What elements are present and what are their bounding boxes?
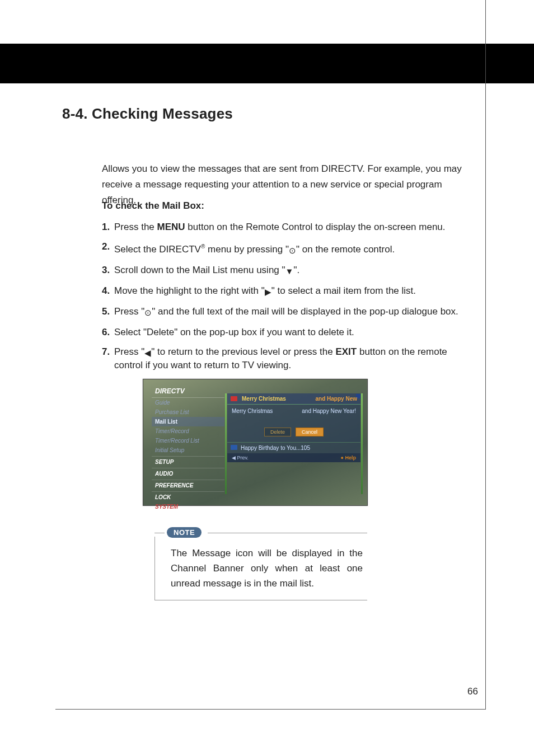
left-arrow-icon: ◀ xyxy=(144,347,151,359)
select-icon: ⊙ xyxy=(289,245,296,257)
step-number: 6. xyxy=(102,326,114,339)
step-number: 1. xyxy=(102,221,114,233)
sidebar-item-timer-record-list: Timer/Record List xyxy=(152,436,224,445)
osd-mail-panel: Merry Christmas and Happy New Merry Chri… xyxy=(227,393,360,462)
sidebar-item-guide: Guide xyxy=(152,398,224,407)
mail-body-text-a: Merry Christmas xyxy=(232,408,273,414)
step-4: 4. Move the highlight to the right with … xyxy=(102,285,471,298)
procedure-steps: 1. Press the MENU button on the Remote C… xyxy=(102,221,471,379)
section-title: 8-4. Checking Messages xyxy=(62,105,233,123)
step-text: Scroll down to the Mail List menu using … xyxy=(114,264,471,278)
step-text: Press "◀" to return to the previous leve… xyxy=(114,346,471,372)
mail-body: Merry Christmas and Happy New Year! Dele… xyxy=(227,405,360,442)
sidebar-item-mail-list: Mail List xyxy=(152,417,224,426)
note-label: NOTE xyxy=(167,527,202,538)
procedure-heading: To check the Mail Box: xyxy=(102,200,204,212)
step-text: Press "⊙" and the full text of the mail … xyxy=(114,306,471,319)
right-arrow-icon: ▶ xyxy=(265,286,271,298)
step-number: 3. xyxy=(102,264,114,278)
sidebar-item-timer-record: Timer/Record xyxy=(152,426,224,436)
tv-screenshot: DIRECTV Guide Purchase List Mail List Ti… xyxy=(143,379,368,506)
step-number: 4. xyxy=(102,285,114,298)
sidebar-item-initial-setup: Initial Setup xyxy=(152,445,224,455)
note-rule: NOTE xyxy=(154,529,367,537)
page-number: 66 xyxy=(467,686,478,697)
mail2-text: Happy Birthday to You...105 xyxy=(241,445,310,451)
step-2: 2. Select the DIRECTV® menu by pressing … xyxy=(102,241,471,257)
step-1: 1. Press the MENU button on the Remote C… xyxy=(102,221,471,233)
sidebar-item-system: SYSTEM xyxy=(152,502,224,511)
step-6: 6. Select "Delete" on the pop-up box if … xyxy=(102,326,471,339)
note-box: NOTE The Message icon will be displayed … xyxy=(154,529,367,600)
mail-header: Merry Christmas and Happy New xyxy=(227,393,360,405)
cancel-button: Cancel xyxy=(296,428,324,436)
delete-button: Delete xyxy=(264,428,291,436)
divider-bar xyxy=(225,393,227,494)
osd-brand: DIRECTV xyxy=(152,385,224,398)
step-text: Move the highlight to the right with "▶"… xyxy=(114,285,471,298)
down-arrow-icon: ▼ xyxy=(285,265,294,278)
footer-help: ● Help xyxy=(341,455,356,461)
mail-unread-icon xyxy=(231,396,237,401)
scrollbar xyxy=(361,393,363,494)
step-text: Press the MENU button on the Remote Cont… xyxy=(114,221,471,233)
mail-subject: Merry Christmas xyxy=(242,396,286,402)
sidebar-item-setup: SETUP xyxy=(152,456,224,467)
footer-prev: ◀ Prev. xyxy=(232,455,249,461)
mail-button-row: Delete Cancel xyxy=(227,428,360,436)
step-text: Select the DIRECTV® menu by pressing "⊙"… xyxy=(114,241,471,257)
sidebar-item-lock: LOCK xyxy=(152,491,224,502)
step-7: 7. Press "◀" to return to the previous l… xyxy=(102,346,471,372)
sidebar-item-purchase-list: Purchase List xyxy=(152,407,224,417)
note-body: The Message icon will be displayed in th… xyxy=(154,537,367,600)
step-number: 7. xyxy=(102,346,114,372)
mail-body-text-b: and Happy New Year! xyxy=(302,408,356,414)
sidebar-item-preference: PREFERENCE xyxy=(152,480,224,490)
step-text: Select "Delete" on the pop-up box if you… xyxy=(114,326,471,339)
sidebar-item-audio: AUDIO xyxy=(152,468,224,478)
step-3: 3. Scroll down to the Mail List menu usi… xyxy=(102,264,471,278)
select-icon: ⊙ xyxy=(144,307,152,319)
step-number: 5. xyxy=(102,306,114,319)
osd-footer: ◀ Prev. ● Help xyxy=(227,453,360,462)
mail-list-item-2: Happy Birthday to You...105 xyxy=(227,442,360,453)
osd-sidebar: DIRECTV Guide Purchase List Mail List Ti… xyxy=(152,385,224,511)
step-number: 2. xyxy=(102,241,114,257)
mail-read-icon xyxy=(231,445,237,450)
mail-subject-cont: and Happy New xyxy=(316,396,357,402)
step-5: 5. Press "⊙" and the full text of the ma… xyxy=(102,306,471,319)
